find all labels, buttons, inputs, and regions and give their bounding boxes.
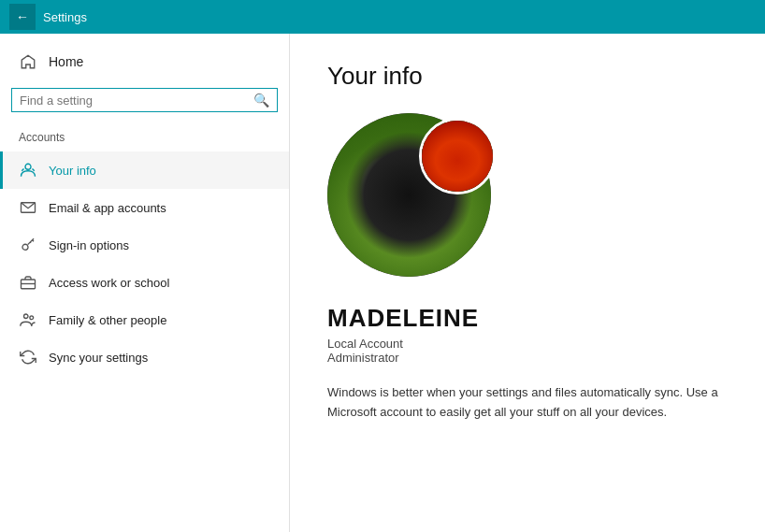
profile-section [327, 113, 728, 281]
briefcase-icon [19, 273, 37, 292]
avatar-container [327, 113, 496, 281]
secondary-picture [422, 121, 493, 192]
sidebar-item-sign-in[interactable]: Sign-in options [0, 226, 289, 264]
username: MADELEINE [327, 304, 728, 333]
sidebar-item-family-people[interactable]: Family & other people [0, 301, 289, 338]
family-icon [19, 310, 37, 329]
svg-point-8 [30, 316, 34, 320]
work-school-label: Access work or school [49, 276, 169, 290]
sidebar: Home 🔍 Accounts Your info [0, 34, 290, 532]
svg-line-1 [22, 169, 23, 171]
search-input[interactable] [20, 93, 253, 108]
account-type: Local Account [327, 337, 728, 351]
svg-point-7 [24, 314, 29, 319]
sidebar-item-email-app[interactable]: Email & app accounts [0, 189, 289, 226]
window-title: Settings [43, 10, 87, 24]
sidebar-item-your-info[interactable]: Your info [0, 151, 289, 189]
email-icon [19, 198, 37, 217]
sync-label: Sync your settings [49, 351, 148, 365]
email-app-label: Email & app accounts [49, 201, 166, 215]
sign-in-label: Sign-in options [49, 238, 129, 252]
sidebar-item-home[interactable]: Home [0, 43, 289, 80]
sync-icon [19, 348, 37, 367]
person-icon [19, 161, 37, 180]
svg-point-4 [22, 244, 28, 250]
description-text: Windows is better when your settings and… [327, 383, 728, 423]
svg-line-2 [33, 169, 35, 171]
account-role: Administrator [327, 351, 728, 365]
key-icon [19, 236, 37, 254]
sidebar-item-work-school[interactable]: Access work or school [0, 264, 289, 301]
home-icon [19, 52, 37, 71]
content-area: Your info MADELEINE Local Account Admini… [290, 34, 765, 532]
search-box[interactable]: 🔍 [11, 88, 278, 112]
search-icon: 🔍 [253, 93, 269, 108]
main-layout: Home 🔍 Accounts Your info [0, 34, 765, 532]
family-people-label: Family & other people [49, 313, 166, 327]
accounts-section-label: Accounts [0, 127, 289, 151]
title-bar: ← Settings [0, 0, 765, 34]
avatar-small[interactable] [419, 118, 496, 194]
your-info-label: Your info [49, 164, 96, 178]
svg-point-0 [25, 164, 31, 169]
back-button[interactable]: ← [9, 4, 36, 30]
sidebar-item-sync[interactable]: Sync your settings [0, 338, 289, 376]
page-title: Your info [327, 62, 728, 91]
user-info: MADELEINE Local Account Administrator [327, 304, 728, 365]
home-label: Home [49, 54, 83, 69]
